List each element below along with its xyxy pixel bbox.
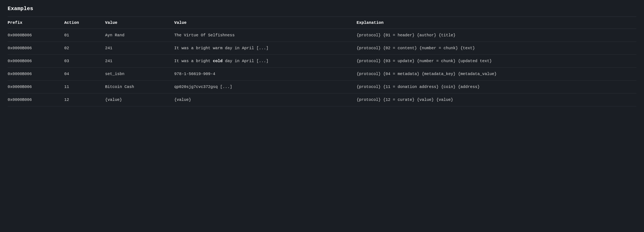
col-header-action: Action [64,17,105,29]
col-header-prefix: Prefix [8,17,64,29]
cell-value2: The Virtue Of Selfishness [174,29,356,42]
cell-action: 12 [64,93,105,106]
cell-value2: It was a bright warm day in April [...] [174,42,356,55]
table-row: 0x0000B006 12 {value} {value} {protocol}… [8,93,636,106]
col-header-value1: Value [105,17,174,29]
col-header-value2: Value [174,17,356,29]
cell-prefix: 0x0000B006 [8,29,64,42]
col-header-explanation: Explanation [356,17,636,29]
table-row: 0x0000B006 11 Bitcoin Cash qp020sjg7cvc3… [8,80,636,93]
cell-explanation: {protocol} {04 = metadata} {metadata_key… [356,68,636,80]
section-title: Examples [8,6,636,12]
examples-table: Prefix Action Value Value Explanation 0x… [8,17,636,106]
cell-action: 02 [64,42,105,55]
cell-value2: 978-1-56619-909-4 [174,68,356,80]
cell-prefix: 0x0000B006 [8,80,64,93]
table-row: 0x0000B006 01 Ayn Rand The Virtue Of Sel… [8,29,636,42]
cell-explanation: {protocol} {11 = donation address} {coin… [356,80,636,93]
cell-value1: 241 [105,55,174,68]
cell-explanation: {protocol} {01 = header} {author} {title… [356,29,636,42]
cell-action: 01 [64,29,105,42]
cell-value2: It was a bright cold day in April [...] [174,55,356,68]
cell-value1: 241 [105,42,174,55]
cell-prefix: 0x0000B006 [8,93,64,106]
cell-prefix: 0x0000B006 [8,68,64,80]
cell-prefix: 0x0000B006 [8,55,64,68]
cell-explanation: {protocol} {02 = content} {number = chun… [356,42,636,55]
table-row: 0x0000B006 04 set_isbn 978-1-56619-909-4… [8,68,636,80]
table-row: 0x0000B006 03 241 It was a bright cold d… [8,55,636,68]
cell-explanation: {protocol} {03 = update} {number = chunk… [356,55,636,68]
cell-value2: {value} [174,93,356,106]
cell-value1: Bitcoin Cash [105,80,174,93]
cell-value2: qp020sjg7cvc372gsq [...] [174,80,356,93]
cell-action: 03 [64,55,105,68]
table-row: 0x0000B006 02 241 It was a bright warm d… [8,42,636,55]
cell-value1: {value} [105,93,174,106]
cell-value1: Ayn Rand [105,29,174,42]
table-header-row: Prefix Action Value Value Explanation [8,17,636,29]
cell-action: 11 [64,80,105,93]
table-body: 0x0000B006 01 Ayn Rand The Virtue Of Sel… [8,29,636,106]
cell-value1: set_isbn [105,68,174,80]
cell-action: 04 [64,68,105,80]
cell-prefix: 0x0000B006 [8,42,64,55]
cell-explanation: {protocol} {12 = curate} {value} {value} [356,93,636,106]
